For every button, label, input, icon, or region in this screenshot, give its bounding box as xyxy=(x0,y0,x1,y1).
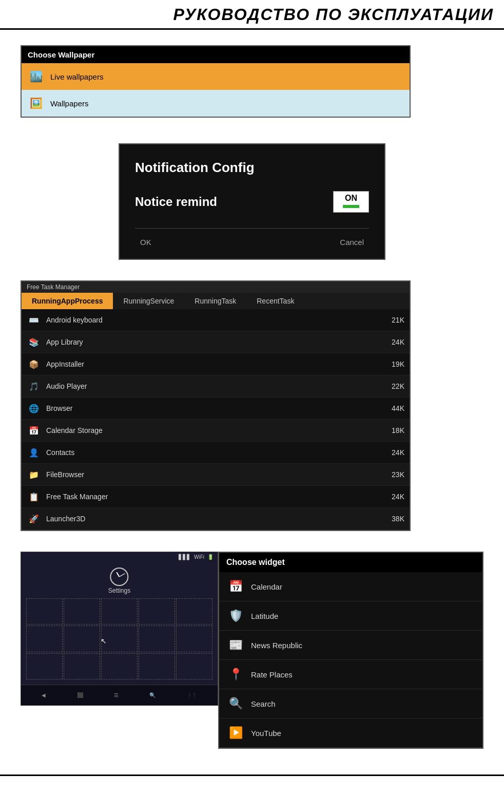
launcher-settings-label: Settings xyxy=(108,587,130,594)
task-row[interactable]: 📚 App Library 24K xyxy=(22,331,410,353)
task-row[interactable]: 👤 Contacts 24K xyxy=(22,442,410,464)
widget-name: Calendar xyxy=(251,582,282,591)
search-btn[interactable]: 🔍 xyxy=(149,692,156,698)
app-name: AppInstaller xyxy=(46,360,384,368)
widget-chooser-title: Choose widget xyxy=(219,553,482,572)
app-size: 23K xyxy=(384,470,404,479)
task-row[interactable]: 🎵 Audio Player 22K xyxy=(22,375,410,398)
menu-btn[interactable]: ☰ xyxy=(114,692,119,698)
launcher-top-bar: ▋▋▋ WiFi 🔋 xyxy=(21,552,218,562)
app-size: 24K xyxy=(384,493,404,501)
app-size: 21K xyxy=(384,316,404,324)
tab-running-service[interactable]: RunningService xyxy=(113,293,184,309)
task-manager-title: Free Task Manager xyxy=(22,281,410,293)
widget-chooser-dialog: Choose widget 📅 Calendar 🛡️ Latitude 📰 N… xyxy=(218,552,483,749)
mouse-cursor: ↖ xyxy=(101,637,107,643)
notification-title: Notification Config xyxy=(135,160,369,176)
app-name: Launcher3D xyxy=(46,515,384,523)
widget-icon: 🔍 xyxy=(226,694,245,713)
launcher-cell-1[interactable] xyxy=(26,598,63,625)
app-name: Contacts xyxy=(46,448,384,457)
task-row[interactable]: 📦 AppInstaller 19K xyxy=(22,353,410,375)
task-row[interactable]: 🌐 Browser 44K xyxy=(22,398,410,420)
app-icon: 📦 xyxy=(27,357,41,371)
wifi-icon: WiFi xyxy=(194,554,204,560)
app-size: 18K xyxy=(384,426,404,435)
tab-recent-task[interactable]: RecentTask xyxy=(246,293,304,309)
widget-item[interactable]: ▶️ YouTube xyxy=(219,719,482,748)
app-name: FileBrowser xyxy=(46,470,384,479)
page-content: Choose Wallpaper 🏙️ Live wallpapers 🖼️ W… xyxy=(0,30,504,759)
launcher-cell-9[interactable] xyxy=(139,626,175,652)
launcher-cell-7[interactable] xyxy=(64,626,100,652)
launcher-cell-13[interactable] xyxy=(101,653,138,679)
signal-icon: ▋▋▋ xyxy=(179,554,191,560)
widget-item[interactable]: 🛡️ Latitude xyxy=(219,601,482,631)
launcher-cell-12[interactable] xyxy=(64,653,100,679)
launcher-cell-15[interactable] xyxy=(176,653,212,679)
app-name: Browser xyxy=(46,404,384,412)
app-name: Free Task Manager xyxy=(46,493,384,501)
widget-icon: 📅 xyxy=(226,577,245,596)
task-row[interactable]: 🚀 Launcher3D 38K xyxy=(22,508,410,530)
launcher-preview: ▋▋▋ WiFi 🔋 Settings xyxy=(21,552,218,706)
widget-icon: 🛡️ xyxy=(226,607,245,625)
launcher-cell-11[interactable] xyxy=(26,653,63,679)
launcher-cell-5[interactable] xyxy=(176,598,212,625)
app-icon: 👤 xyxy=(27,445,41,460)
launcher-grid xyxy=(26,598,212,679)
widget-icon: 📰 xyxy=(226,636,245,654)
task-manager-section: Free Task Manager RunningAppProcess Runn… xyxy=(21,280,483,531)
tab-running-task[interactable]: RunningTask xyxy=(184,293,246,309)
launcher-cell-10[interactable] xyxy=(176,626,212,652)
task-row[interactable]: 📋 Free Task Manager 24K xyxy=(22,486,410,508)
widget-item[interactable]: 📅 Calendar xyxy=(219,572,482,601)
widget-name: Search xyxy=(251,700,276,708)
launcher-cell-14[interactable] xyxy=(139,653,175,679)
task-row[interactable]: 📁 FileBrowser 23K xyxy=(22,464,410,486)
wallpaper-item-static[interactable]: 🖼️ Wallpapers xyxy=(22,90,410,117)
toggle-on-button[interactable]: ON xyxy=(333,191,369,213)
app-icon: 🌐 xyxy=(27,401,41,416)
widget-name: Rate Places xyxy=(251,670,293,679)
launcher-cell-4[interactable] xyxy=(139,598,175,625)
task-row[interactable]: 📅 Calendar Storage 18K xyxy=(22,420,410,442)
widget-item[interactable]: 📰 News Republic xyxy=(219,631,482,660)
widget-list: 📅 Calendar 🛡️ Latitude 📰 News Republic 📍… xyxy=(219,572,482,748)
app-size: 44K xyxy=(384,404,404,412)
toggle-on-text: ON xyxy=(343,194,359,203)
live-wallpaper-label: Live wallpapers xyxy=(50,72,103,81)
launcher-cell-2[interactable] xyxy=(64,598,100,625)
launcher-clock: Settings xyxy=(108,568,130,594)
cancel-button[interactable]: Cancel xyxy=(335,236,369,249)
app-size: 19K xyxy=(384,360,404,368)
app-icon: 🚀 xyxy=(27,512,41,526)
wallpaper-dialog: Choose Wallpaper 🏙️ Live wallpapers 🖼️ W… xyxy=(21,45,411,118)
ok-button[interactable]: OK xyxy=(135,236,157,249)
app-size: 22K xyxy=(384,382,404,390)
clock-minute-hand xyxy=(119,573,125,577)
launcher-cell-3[interactable] xyxy=(101,598,138,625)
notification-label: Notice remind xyxy=(135,195,217,209)
notification-buttons: OK Cancel xyxy=(135,228,369,249)
wallpaper-item-live[interactable]: 🏙️ Live wallpapers xyxy=(22,63,410,90)
widget-name: Latitude xyxy=(251,612,278,620)
widget-item[interactable]: 📍 Rate Places xyxy=(219,660,482,689)
toggle-bar xyxy=(343,205,359,208)
notification-section: Notification Config Notice remind ON OK … xyxy=(21,143,483,260)
apps-btn[interactable]: ⋮⋮ xyxy=(187,692,197,698)
back-btn[interactable]: ◀ xyxy=(42,692,46,698)
app-icon: 📚 xyxy=(27,335,41,349)
home-btn[interactable]: ⬛ xyxy=(77,692,83,698)
app-icon: 🎵 xyxy=(27,379,41,393)
launcher-bottom-bar: ◀ ⬛ ☰ 🔍 ⋮⋮ xyxy=(21,685,218,705)
launcher-cell-6[interactable] xyxy=(26,626,63,652)
widget-item[interactable]: 🔍 Search xyxy=(219,689,482,719)
app-icon: 📁 xyxy=(27,467,41,482)
widget-name: News Republic xyxy=(251,641,302,650)
app-size: 38K xyxy=(384,515,404,523)
app-icon: ⌨️ xyxy=(27,313,41,327)
task-row[interactable]: ⌨️ Android keyboard 21K xyxy=(22,309,410,331)
tab-running-app[interactable]: RunningAppProcess xyxy=(22,293,113,309)
wallpaper-icon: 🖼️ xyxy=(28,95,44,111)
